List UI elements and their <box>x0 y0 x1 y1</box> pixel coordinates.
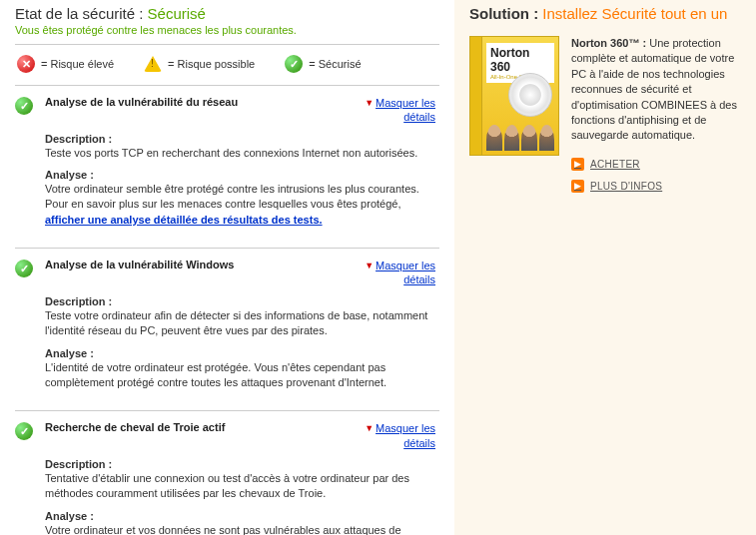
legend-possible-label: = Risque possible <box>168 58 255 70</box>
description-label: Description : <box>45 295 435 307</box>
section-status-icon: ✓ <box>15 96 45 236</box>
analysis-label: Analyse : <box>45 510 435 522</box>
check-icon: ✓ <box>15 97 33 115</box>
divider <box>15 44 439 45</box>
legend-high-label: = Risque élevé <box>41 58 114 70</box>
legend: ✕ = Risque élevé = Risque possible ✓ = S… <box>15 55 439 73</box>
analysis-label: Analyse : <box>45 169 435 181</box>
section-title: Recherche de cheval de Troie actif <box>45 421 225 433</box>
triangle-down-icon: ▼ <box>365 423 374 435</box>
arrow-right-icon: ▶ <box>571 158 584 171</box>
security-status-subtitle: Vous êtes protégé contre les menaces les… <box>15 24 439 36</box>
section-title: Analyse de la vulnérabilité Windows <box>45 259 234 270</box>
legend-secure-label: = Sécurisé <box>309 58 361 70</box>
analysis-block: Analyse : L'identité de votre ordinateur… <box>45 347 435 391</box>
description-text: Teste vos ports TCP en recherchant des c… <box>45 147 417 159</box>
product-name: Norton 360™ : <box>571 37 649 49</box>
secure-icon: ✓ <box>285 55 303 73</box>
description-block: Description : Tentative d'établir une co… <box>45 458 435 502</box>
toggle-link[interactable]: Masquer lesdétails <box>376 422 435 448</box>
toggle-link[interactable]: Masquer lesdétails <box>376 97 435 123</box>
description-block: Description : Teste votre ordinateur afi… <box>45 295 435 339</box>
detailed-results-link[interactable]: afficher une analyse détaillée des résul… <box>45 214 323 226</box>
analysis-text: Votre ordinateur et vos données ne sont … <box>45 524 428 535</box>
toggle-details[interactable]: ▼Masquer lesdétails <box>365 96 435 125</box>
section-status-icon: ✓ <box>15 421 45 535</box>
description-label: Description : <box>45 133 435 145</box>
product-block: Norton 360All-In-One Security Norton 360… <box>469 36 741 202</box>
solution-title: Solution : Installez Sécurité tout en un <box>469 5 741 22</box>
more-info-button[interactable]: ▶ PLUS D'INFOS <box>571 180 741 194</box>
analysis-text: L'identité de votre ordinateur est proté… <box>45 361 386 388</box>
legend-high-risk: ✕ = Risque élevé <box>17 55 114 73</box>
section-windows-vulnerability: ✓ Analyse de la vulnérabilité Windows ▼M… <box>15 248 439 410</box>
arrow-right-icon: ▶ <box>571 180 584 193</box>
more-info-label: PLUS D'INFOS <box>590 180 662 194</box>
buy-button[interactable]: ▶ ACHETER <box>571 158 741 172</box>
description-text: Tentative d'établir une connexion ou tes… <box>45 472 409 499</box>
analysis-block: Analyse : Votre ordinateur semble être p… <box>45 169 435 228</box>
section-title: Analyse de la vulnérabilité du réseau <box>45 96 238 108</box>
section-network-vulnerability: ✓ Analyse de la vulnérabilité du réseau … <box>15 85 439 248</box>
buy-label: ACHETER <box>590 158 640 172</box>
analysis-label: Analyse : <box>45 347 435 359</box>
product-description: Norton 360™ : Une protection complète et… <box>571 36 741 202</box>
check-icon: ✓ <box>15 260 33 277</box>
legend-possible-risk: = Risque possible <box>144 56 255 72</box>
high-risk-icon: ✕ <box>17 55 35 73</box>
toggle-link[interactable]: Masquer lesdétails <box>376 260 435 285</box>
product-text: Une protection complète et automatique d… <box>571 37 737 141</box>
description-block: Description : Teste vos ports TCP en rec… <box>45 133 435 161</box>
status-label: Etat de la sécurité : <box>15 5 148 22</box>
triangle-down-icon: ▼ <box>365 261 374 272</box>
solution-panel: Solution : Installez Sécurité tout en un… <box>454 0 756 535</box>
status-value: Sécurisé <box>148 5 206 22</box>
analysis-block: Analyse : Votre ordinateur et vos donnée… <box>45 510 435 535</box>
main-panel: Etat de la sécurité : Sécurisé Vous êtes… <box>0 0 454 535</box>
check-icon: ✓ <box>15 422 33 440</box>
legend-secure: ✓ = Sécurisé <box>285 55 361 73</box>
description-text: Teste votre ordinateur afin de détecter … <box>45 309 427 336</box>
analysis-text: Votre ordinateur semble être protégé con… <box>45 183 419 226</box>
solution-label: Solution : <box>469 5 542 22</box>
description-label: Description : <box>45 458 435 470</box>
triangle-down-icon: ▼ <box>365 98 374 110</box>
toggle-details[interactable]: ▼Masquer lesdétails <box>365 421 435 450</box>
possible-risk-icon <box>144 56 162 72</box>
section-trojan-scan: ✓ Recherche de cheval de Troie actif ▼Ma… <box>15 410 439 535</box>
toggle-details[interactable]: ▼Masquer lesdétails <box>365 259 435 287</box>
security-status-title: Etat de la sécurité : Sécurisé <box>15 5 439 22</box>
solution-value: Installez Sécurité tout en un <box>542 5 727 22</box>
section-status-icon: ✓ <box>15 259 45 398</box>
product-box-image: Norton 360All-In-One Security <box>469 36 559 156</box>
